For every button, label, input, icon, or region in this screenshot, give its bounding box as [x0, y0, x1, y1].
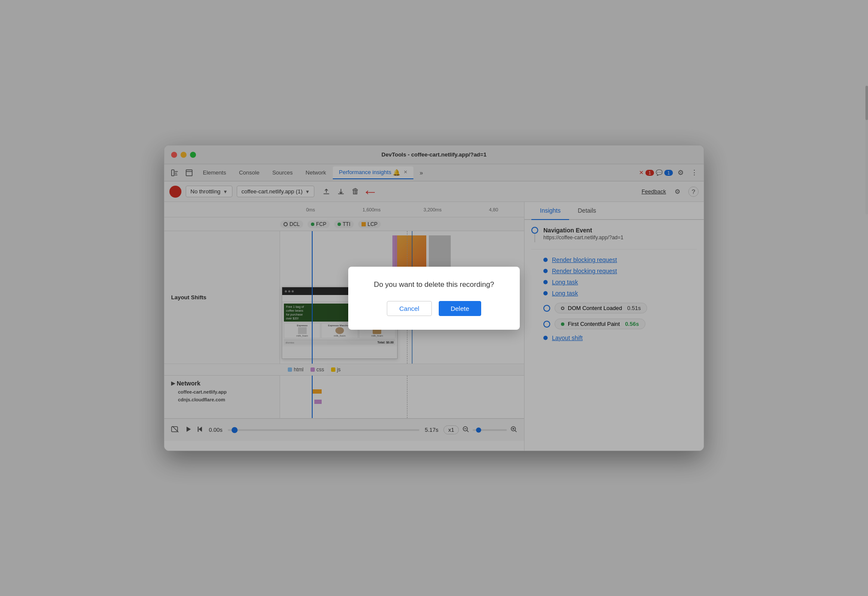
dialog-message: Do you want to delete this recording? — [365, 280, 503, 289]
delete-dialog: Do you want to delete this recording? Ca… — [348, 267, 520, 330]
delete-button[interactable]: Delete — [439, 301, 481, 316]
cancel-button[interactable]: Cancel — [387, 301, 432, 316]
dialog-buttons: Cancel Delete — [365, 301, 503, 316]
dialog-overlay: Do you want to delete this recording? Ca… — [0, 0, 868, 596]
